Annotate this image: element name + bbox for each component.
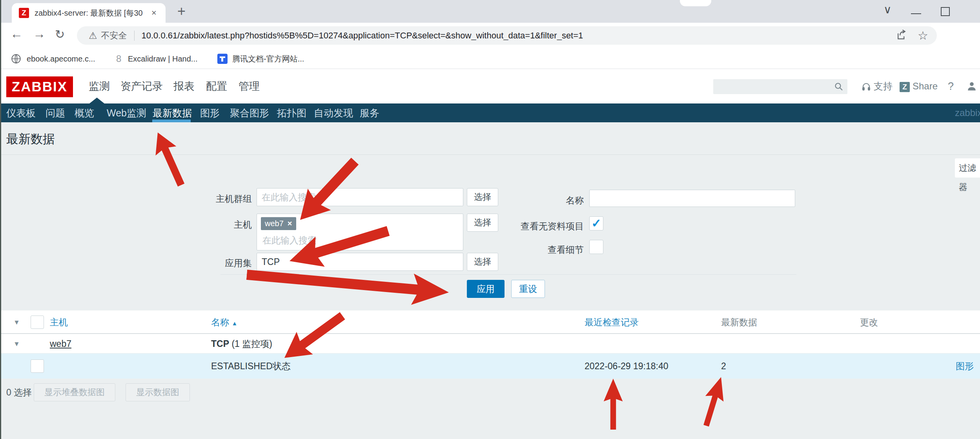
host-chip[interactable]: web7× (261, 217, 296, 230)
display-stacked-graph-button[interactable]: 显示堆叠数据图 (34, 383, 115, 401)
item-name: ESTABLISHED状态 (211, 354, 291, 379)
browser-tab-strip: Z zabbix4-server: 最新数据 [每30 × + ∨ (0, 0, 980, 23)
menu-reports[interactable]: 报表 (173, 69, 195, 103)
subnav-services[interactable]: 服务 (360, 103, 379, 122)
subnav-graphs[interactable]: 图形 (200, 103, 220, 122)
support-link[interactable]: 支持 (862, 69, 893, 103)
help-link[interactable]: ? (948, 69, 954, 103)
column-name[interactable]: 名称 ▲ (211, 310, 237, 335)
select-all-checkbox[interactable] (31, 316, 44, 329)
subnav-web[interactable]: Web监测 (107, 103, 146, 122)
column-latest-data: 最新数据 (721, 310, 757, 334)
show-without-data-label: 查看无资料项目 (521, 220, 584, 232)
reload-icon[interactable]: ↻ (55, 27, 65, 41)
zabbix-logo[interactable]: ZABBIX (6, 76, 73, 97)
new-tab-button[interactable]: + (177, 1, 186, 22)
screen: Z zabbix4-server: 最新数据 [每30 × + ∨ ← → ↻ … (0, 0, 980, 439)
collapse-all-icon[interactable]: ▼ (13, 319, 20, 327)
filter-tab[interactable]: 过滤器 (955, 158, 980, 178)
annotation-arrow-last-check (603, 379, 624, 430)
headset-icon (862, 82, 871, 92)
host-select-button[interactable]: 选择 (467, 214, 498, 232)
tencent-docs-icon (217, 54, 228, 64)
graph-link[interactable]: 图形 (956, 354, 974, 379)
active-menu-caret (89, 98, 104, 103)
table-row: ESTABLISHED状态 2022-06-29 19:18:40 2 图形 (0, 354, 980, 379)
item-last-check: 2022-06-29 19:18:40 (585, 354, 669, 379)
back-icon[interactable]: ← (10, 27, 23, 41)
bookmark-star-icon[interactable]: ☆ (918, 29, 928, 42)
subnav-overview[interactable]: 概览 (75, 103, 94, 122)
item-checkbox[interactable] (31, 359, 44, 373)
bookmarks-bar: ebook.apecome.c... 8 Excalidraw | Hand..… (0, 49, 980, 69)
show-details-label: 查看细节 (548, 244, 584, 256)
header-search-input[interactable] (713, 79, 847, 94)
table-header-row: ▼ 主机 名称 ▲ 最近检查记录 最新数据 更改 (0, 310, 980, 334)
selected-count: 0 选择 (6, 383, 32, 401)
display-graph-button[interactable]: 显示数据图 (126, 383, 190, 401)
menu-inventory[interactable]: 资产记录 (120, 69, 163, 103)
window-maximize-icon[interactable] (941, 7, 950, 16)
bookmark-item[interactable]: 腾讯文档-官方网站... (232, 49, 304, 69)
search-icon[interactable] (834, 82, 843, 93)
item-latest-value: 2 (721, 354, 726, 379)
host-label: 主机 (234, 219, 252, 231)
sort-asc-icon: ▲ (231, 320, 237, 327)
security-warning-icon[interactable]: ⚠ (89, 30, 97, 41)
show-without-data-checkbox[interactable]: ✓ (589, 216, 603, 230)
subnav-screens[interactable]: 聚合图形 (230, 103, 269, 122)
page-title: 最新数据 (6, 131, 55, 147)
latest-data-table: ▼ 主机 名称 ▲ 最近检查记录 最新数据 更改 ▼ web7 TCP (1 监… (0, 310, 980, 379)
excalidraw-icon: 8 (116, 49, 121, 69)
tab-title: zabbix4-server: 最新数据 [每30 (35, 8, 148, 18)
tab-close-icon[interactable]: × (151, 8, 157, 18)
column-change: 更改 (860, 310, 878, 334)
user-icon[interactable] (967, 81, 977, 93)
forward-icon[interactable]: → (33, 27, 46, 41)
subnav-maps[interactable]: 拓扑图 (277, 103, 306, 122)
window-minimize-icon[interactable] (911, 13, 921, 14)
show-details-checkbox[interactable] (589, 240, 603, 254)
server-badge: zabbix4- (955, 103, 980, 122)
title-divider (0, 154, 980, 155)
window-pill (680, 0, 711, 6)
column-host[interactable]: 主机 (50, 310, 68, 334)
host-link[interactable]: web7 (50, 334, 71, 354)
application-group-cell: TCP (1 监控项) (211, 334, 272, 354)
browser-tab[interactable]: Z zabbix4-server: 最新数据 [每30 × (12, 3, 166, 23)
name-label: 名称 (566, 194, 584, 207)
monitoring-subnav: 仪表板 问题 概览 Web监测 最新数据 图形 聚合图形 拓扑图 自动发现 服务… (0, 103, 980, 122)
security-label[interactable]: 不安全 (101, 30, 127, 42)
name-input[interactable] (589, 190, 795, 207)
menu-configuration[interactable]: 配置 (206, 69, 227, 103)
host-group-select-button[interactable]: 选择 (467, 188, 498, 206)
table-row: ▼ web7 TCP (1 监控项) (0, 334, 980, 354)
host-group-input[interactable] (257, 188, 463, 206)
window-chevron-icon[interactable]: ∨ (883, 3, 892, 16)
remove-chip-icon[interactable]: × (288, 219, 292, 228)
address-bar[interactable]: ⚠ 不安全 10.0.0.61/zabbix/latest.php?hostid… (77, 26, 937, 45)
reset-button[interactable]: 重设 (511, 280, 545, 298)
globe-icon (11, 54, 21, 65)
address-divider (134, 31, 135, 41)
active-subnav-underline (152, 120, 191, 122)
share-link[interactable]: ZShare (900, 69, 938, 103)
subnav-problems[interactable]: 问题 (46, 103, 65, 122)
apply-button[interactable]: 应用 (467, 280, 505, 298)
menu-administration[interactable]: 管理 (239, 69, 260, 103)
column-last-check[interactable]: 最近检查记录 (585, 310, 639, 334)
subnav-dashboard[interactable]: 仪表板 (6, 103, 36, 122)
share-icon[interactable] (896, 29, 907, 42)
application-select-button[interactable]: 选择 (467, 253, 498, 271)
collapse-group-icon[interactable]: ▼ (13, 340, 20, 348)
browser-url-bar: ← → ↻ ⚠ 不安全 10.0.0.61/zabbix/latest.php?… (0, 23, 980, 49)
subnav-discovery[interactable]: 自动发现 (314, 103, 353, 122)
bookmark-item[interactable]: Excalidraw | Hand... (128, 49, 198, 69)
check-icon: ✓ (591, 217, 601, 230)
host-group-label: 主机群组 (216, 193, 252, 205)
annotation-arrow-latest-value (696, 374, 731, 429)
bookmark-item[interactable]: ebook.apecome.c... (27, 49, 95, 69)
zabbix-share-icon: Z (900, 82, 910, 92)
zabbix-favicon-icon: Z (19, 8, 29, 18)
url-text[interactable]: 10.0.0.61/zabbix/latest.php?hostids%5B%5… (142, 31, 884, 41)
